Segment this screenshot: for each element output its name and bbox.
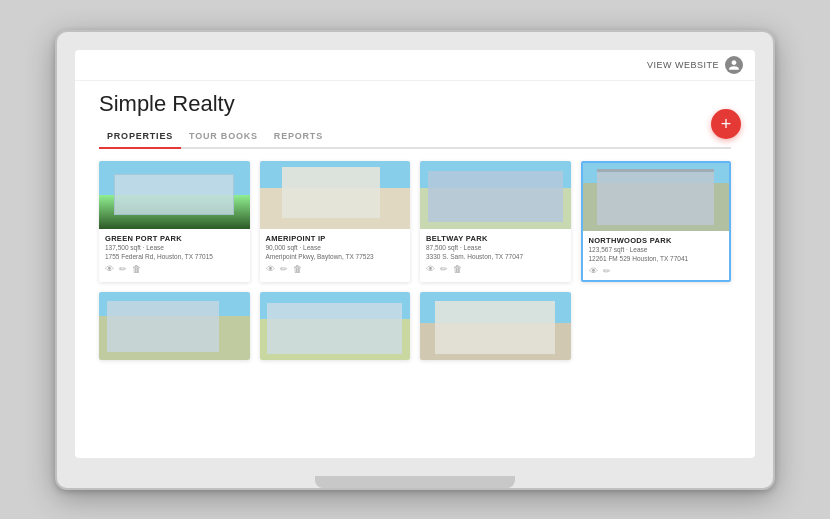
page-title: Simple Realty	[99, 91, 731, 117]
tab-tour-books[interactable]: TOUR BOOKS	[181, 127, 266, 147]
property-address: Ameripoint Pkwy, Baytown, TX 77523	[266, 253, 405, 261]
property-card-highlighted[interactable]: NORTHWOODS PARK 123,567 sqft · Lease 122…	[581, 161, 732, 283]
property-info: GREEN PORT PARK 137,500 sqft · Lease 175…	[99, 229, 250, 279]
laptop-base	[315, 476, 515, 488]
property-image	[99, 161, 250, 229]
property-sqft-type: 123,567 sqft · Lease	[589, 246, 724, 254]
property-card[interactable]	[99, 292, 250, 360]
tab-properties[interactable]: PROPERTIES	[99, 127, 181, 147]
view-icon[interactable]: 👁	[105, 264, 114, 274]
tabs-row: PROPERTIES TOUR BOOKS REPORTS +	[99, 127, 731, 149]
property-image	[583, 163, 730, 231]
view-icon[interactable]: 👁	[266, 264, 275, 274]
property-actions: 👁 ✏ 🗑	[105, 264, 244, 274]
property-sqft-type: 90,000 sqft · Lease	[266, 244, 405, 252]
user-avatar-icon[interactable]	[725, 56, 743, 74]
property-sqft-type: 137,500 sqft · Lease	[105, 244, 244, 252]
property-card[interactable]	[420, 292, 571, 360]
property-info: AMERIPOINT IP 90,000 sqft · Lease Amerip…	[260, 229, 411, 279]
laptop-screen: VIEW WEBSITE Simple Realty PROPERTIES TO…	[75, 50, 755, 458]
property-sqft-type: 87,500 sqft · Lease	[426, 244, 565, 252]
property-card[interactable]: BELTWAY PARK 87,500 sqft · Lease 3330 S.…	[420, 161, 571, 283]
property-actions: 👁 ✏ 🗑	[426, 264, 565, 274]
screen-body: Simple Realty PROPERTIES TOUR BOOKS REPO…	[75, 81, 755, 457]
edit-icon[interactable]: ✏	[440, 264, 448, 274]
property-image	[99, 292, 250, 360]
property-info: NORTHWOODS PARK 123,567 sqft · Lease 122…	[583, 231, 730, 281]
property-actions: 👁 ✏	[589, 266, 724, 276]
view-icon[interactable]: 👁	[589, 266, 598, 276]
view-website-link[interactable]: VIEW WEBSITE	[647, 60, 719, 70]
property-image	[420, 161, 571, 229]
property-name: GREEN PORT PARK	[105, 234, 244, 243]
edit-icon[interactable]: ✏	[119, 264, 127, 274]
delete-icon[interactable]: 🗑	[132, 264, 141, 274]
edit-icon[interactable]: ✏	[280, 264, 288, 274]
property-address: 12261 FM 529 Houston, TX 77041	[589, 255, 724, 263]
delete-icon[interactable]: 🗑	[293, 264, 302, 274]
add-property-button[interactable]: +	[711, 109, 741, 139]
properties-grid: GREEN PORT PARK 137,500 sqft · Lease 175…	[99, 161, 731, 361]
property-name: BELTWAY PARK	[426, 234, 565, 243]
property-image	[420, 292, 571, 360]
property-image	[260, 292, 411, 360]
edit-icon[interactable]: ✏	[603, 266, 611, 276]
property-name: NORTHWOODS PARK	[589, 236, 724, 245]
property-info: BELTWAY PARK 87,500 sqft · Lease 3330 S.…	[420, 229, 571, 279]
property-image	[260, 161, 411, 229]
view-icon[interactable]: 👁	[426, 264, 435, 274]
property-name: AMERIPOINT IP	[266, 234, 405, 243]
screen-header: VIEW WEBSITE	[75, 50, 755, 81]
property-address: 3330 S. Sam. Houston, TX 77047	[426, 253, 565, 261]
property-card[interactable]	[260, 292, 411, 360]
property-card[interactable]: GREEN PORT PARK 137,500 sqft · Lease 175…	[99, 161, 250, 283]
property-address: 1755 Federal Rd, Houston, TX 77015	[105, 253, 244, 261]
property-card[interactable]: AMERIPOINT IP 90,000 sqft · Lease Amerip…	[260, 161, 411, 283]
delete-icon[interactable]: 🗑	[453, 264, 462, 274]
tab-reports[interactable]: REPORTS	[266, 127, 331, 147]
property-actions: 👁 ✏ 🗑	[266, 264, 405, 274]
laptop-frame: VIEW WEBSITE Simple Realty PROPERTIES TO…	[55, 30, 775, 490]
laptop-wrapper: VIEW WEBSITE Simple Realty PROPERTIES TO…	[35, 15, 795, 505]
